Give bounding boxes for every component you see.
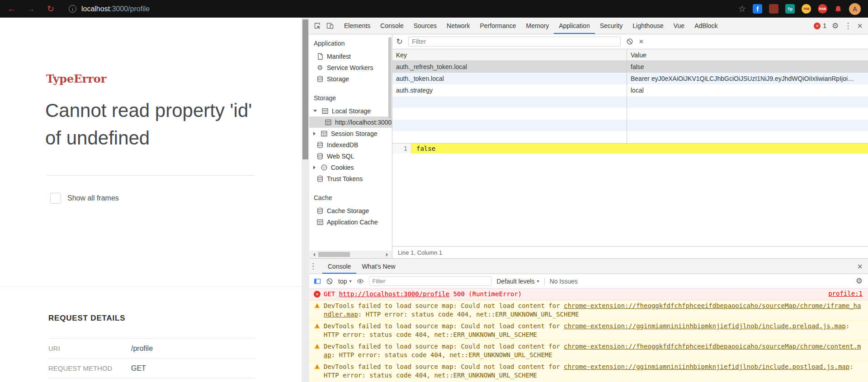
main-area: TypeError Cannot read property 'id' of u… <box>0 18 868 382</box>
scroll-right-icon[interactable] <box>386 253 390 256</box>
tab-memory[interactable]: Memory <box>521 18 554 34</box>
sidebar-item-local-storage[interactable]: Local Storage <box>309 105 392 116</box>
column-header-value[interactable]: Value <box>627 49 868 61</box>
sidebar-item-trust-tokens[interactable]: Trust Tokens <box>309 173 392 184</box>
scrollbar-thumb[interactable] <box>388 37 392 118</box>
delete-selected-icon[interactable]: × <box>639 37 644 46</box>
extension-yellow-icon[interactable]: YAB <box>802 4 811 14</box>
tab-security[interactable]: Security <box>595 18 628 34</box>
chevron-right-icon[interactable] <box>313 166 316 169</box>
sidebar-item-web-sql[interactable]: Web SQL <box>309 150 392 162</box>
drawer-tab-whats-new[interactable]: What's New <box>356 259 401 274</box>
context-selector[interactable]: top ▾ <box>338 278 352 285</box>
devtools-tabbar: Elements Console Sources Network Perform… <box>309 18 868 34</box>
error-count-badge[interactable]: × 1 <box>814 22 826 29</box>
chevron-right-icon[interactable] <box>313 132 316 135</box>
more-options-icon[interactable]: ⋮ <box>844 21 852 31</box>
address-bar[interactable]: localhost:3000/profile <box>81 5 150 13</box>
sidebar-item-storage[interactable]: Storage <box>309 73 392 84</box>
console-filter-input[interactable] <box>369 276 492 286</box>
scroll-left-icon[interactable] <box>311 253 315 256</box>
sidebar-item-application-cache[interactable]: Application Cache <box>309 216 392 228</box>
sidebar-section-cache: Cache <box>309 191 392 205</box>
message-link[interactable]: chrome-extension://gginmiamniniinhbipmkn… <box>564 363 849 370</box>
issues-status[interactable]: No Issues <box>550 278 578 285</box>
forward-icon[interactable]: → <box>27 5 35 13</box>
item-label: Manifest <box>327 53 351 60</box>
message-link[interactable]: chrome-extension://gginmiamniniinhbipmkn… <box>564 322 846 330</box>
settings-gear-icon[interactable]: ⚙ <box>832 21 839 31</box>
sidebar-item-service-workers[interactable]: ⚙ Service Workers <box>309 62 392 73</box>
console-warning-row: DevTools failed to load source map: Coul… <box>309 361 868 382</box>
extension-facebook-icon[interactable]: f <box>753 4 762 14</box>
devtools-close-icon[interactable]: × <box>857 21 863 30</box>
error-type-heading: TypeError <box>46 72 106 85</box>
device-toolbar-icon[interactable] <box>326 22 334 29</box>
live-expression-eye-icon[interactable] <box>357 278 364 285</box>
value-preview-pane[interactable]: 1 false <box>392 144 868 246</box>
refresh-icon[interactable]: ↻ <box>396 37 403 46</box>
sidebar-item-cache-storage[interactable]: Cache Storage <box>309 205 392 216</box>
scrollbar-thumb[interactable] <box>302 19 308 159</box>
notification-bell-icon[interactable] <box>834 5 842 13</box>
storage-row-strategy[interactable]: auth.strategy local <box>392 84 868 96</box>
item-label: Session Storage <box>331 130 377 137</box>
tab-performance[interactable]: Performance <box>475 18 521 34</box>
site-info-icon[interactable]: i <box>69 5 76 13</box>
tab-lighthouse[interactable]: Lighthouse <box>627 18 669 34</box>
storage-row-token[interactable]: auth._token.local Bearer eyJ0eXAiOiJKV1Q… <box>392 73 868 84</box>
chevron-down-icon: ▾ <box>537 279 539 284</box>
preview-line: 1 false <box>392 144 868 154</box>
extension-red-icon[interactable]: RAB <box>818 4 827 14</box>
tab-vue[interactable]: Vue <box>669 18 689 34</box>
console-settings-gear-icon[interactable]: ⚙ <box>856 276 863 286</box>
sidebar-vertical-scrollbar[interactable] <box>388 34 392 251</box>
drawer-menu-icon[interactable]: ⋮ <box>309 261 317 271</box>
tab-elements[interactable]: Elements <box>339 18 375 34</box>
reload-icon[interactable]: ↻ <box>47 5 54 13</box>
back-icon[interactable]: ← <box>7 5 16 13</box>
scrollbar-thumb[interactable] <box>318 252 350 257</box>
tab-console[interactable]: Console <box>375 18 408 34</box>
message-link[interactable]: http://localhost:3000/profile <box>339 290 449 298</box>
empty-row[interactable] <box>392 131 868 143</box>
empty-row[interactable] <box>392 96 868 108</box>
request-uri-label: URI <box>48 345 131 352</box>
sidebar-item-cookies[interactable]: Cookies <box>309 162 392 173</box>
extension-maroon-icon[interactable] <box>769 4 778 14</box>
storage-filter-input[interactable] <box>408 37 621 47</box>
clear-all-icon[interactable] <box>626 38 633 45</box>
drawer-close-icon[interactable]: × <box>857 262 863 271</box>
inspect-element-icon[interactable] <box>314 22 321 29</box>
tab-network[interactable]: Network <box>442 18 475 34</box>
database-icon <box>316 75 324 83</box>
cookie-icon <box>321 164 328 171</box>
tab-sources[interactable]: Sources <box>409 18 442 34</box>
tab-adblock[interactable]: AdBlock <box>689 18 722 34</box>
bookmark-star-icon[interactable]: ☆ <box>738 4 746 14</box>
empty-row[interactable] <box>392 120 868 131</box>
source-link[interactable]: profile:1 <box>828 290 863 297</box>
sidebar-item-manifest[interactable]: Manifest <box>309 51 392 62</box>
message-pre: DevTools failed to load source map: Coul… <box>324 302 564 309</box>
message-text: DevTools failed to load source map: Coul… <box>324 363 863 380</box>
message-pre: DevTools failed to load source map: Coul… <box>324 363 564 370</box>
sidebar-item-localhost-origin[interactable]: http://localhost:3000 <box>309 116 392 128</box>
extension-teal-icon[interactable]: Tp <box>785 4 795 14</box>
page-scrollbar[interactable] <box>302 18 309 382</box>
drawer-tab-console[interactable]: Console <box>322 259 356 274</box>
sidebar-item-session-storage[interactable]: Session Storage <box>309 128 392 139</box>
empty-row[interactable] <box>392 108 868 120</box>
storage-row-refresh-token[interactable]: auth._refresh_token.local false <box>392 61 868 73</box>
sidebar-item-indexeddb[interactable]: IndexedDB <box>309 139 392 150</box>
column-header-key[interactable]: Key <box>392 49 627 61</box>
sidebar-horizontal-scrollbar[interactable] <box>309 251 392 258</box>
console-messages: × GET http://localhost:3000/profile 500 … <box>309 289 868 382</box>
tab-application[interactable]: Application <box>554 18 595 34</box>
log-levels-selector[interactable]: Default levels ▾ <box>497 278 539 285</box>
show-all-frames-checkbox[interactable] <box>50 193 61 204</box>
chevron-down-icon[interactable] <box>313 110 317 112</box>
console-sidebar-icon[interactable] <box>314 278 321 285</box>
clear-console-icon[interactable] <box>326 278 333 285</box>
profile-avatar[interactable]: A <box>849 3 861 15</box>
